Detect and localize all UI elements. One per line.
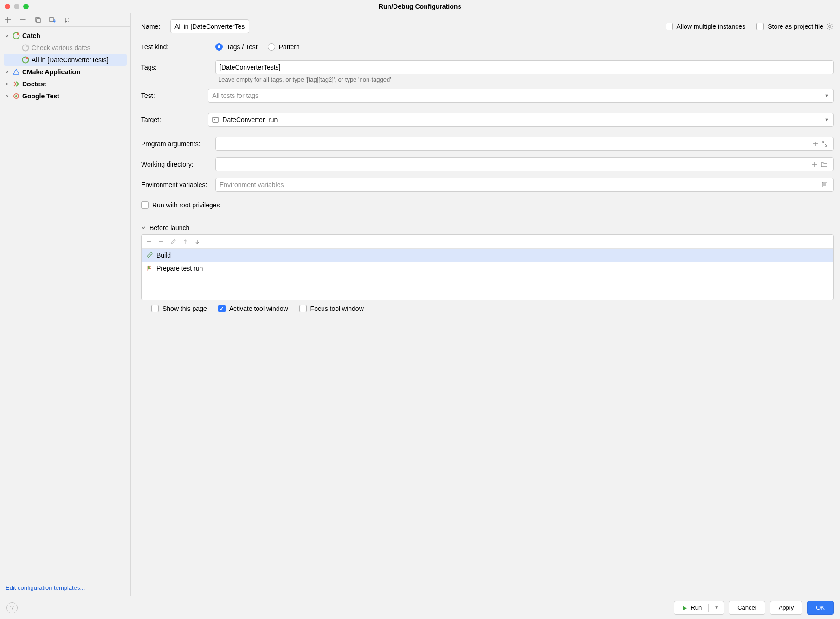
radio-icon — [215, 43, 223, 51]
checkbox-box-icon — [141, 201, 149, 209]
cancel-button-label: Cancel — [737, 604, 756, 611]
close-window-button[interactable] — [5, 4, 10, 9]
checkbox-box-icon — [299, 305, 307, 312]
target-combo[interactable]: DateConverter_run ▼ — [208, 113, 834, 127]
test-kind-label: Test kind: — [141, 43, 215, 51]
target-label: Target: — [141, 116, 208, 123]
edit-config-templates-link[interactable]: Edit configuration templates... — [6, 584, 85, 591]
tree-node-cmake[interactable]: CMake Application — [1, 66, 129, 78]
tree-node-doctest[interactable]: Doctest — [1, 78, 129, 90]
apply-button[interactable]: Apply — [770, 601, 803, 615]
catch-icon — [21, 56, 30, 64]
ok-button-label: OK — [816, 604, 825, 611]
catch-icon — [21, 44, 30, 52]
before-launch-box: Build Prepare test run — [141, 234, 834, 300]
edit-icon[interactable] — [170, 239, 176, 245]
gear-icon[interactable] — [826, 23, 834, 30]
tree-node-gtest[interactable]: Google Test — [1, 90, 129, 102]
executable-icon — [212, 116, 219, 123]
add-icon[interactable] — [146, 239, 152, 245]
traffic-lights — [5, 4, 29, 9]
name-input[interactable] — [170, 19, 249, 33]
zoom-window-button[interactable] — [23, 4, 29, 9]
svg-rect-1 — [37, 18, 40, 23]
program-arguments-input[interactable] — [215, 137, 834, 151]
before-launch-item-label: Build — [156, 251, 171, 259]
sort-config-icon[interactable]: az — [63, 16, 71, 24]
allow-multiple-checkbox[interactable]: Allow multiple instances — [666, 23, 746, 30]
before-launch-header[interactable]: Before launch — [141, 224, 834, 232]
cancel-button[interactable]: Cancel — [729, 601, 765, 615]
test-label: Test: — [141, 92, 208, 99]
checkbox-label: Run with root privileges — [152, 201, 220, 209]
copy-config-icon[interactable] — [33, 16, 42, 24]
tree-node-label: All in [DateConverterTests] — [32, 56, 109, 64]
chevron-right-icon — [5, 94, 11, 98]
checkbox-label: Store as project file — [768, 23, 823, 30]
expand-icon[interactable] — [822, 141, 827, 147]
checkbox-box-icon — [756, 23, 764, 30]
chevron-right-icon — [5, 82, 11, 86]
remove-config-icon[interactable] — [19, 16, 27, 24]
combo-value: DateConverter_run — [222, 116, 278, 123]
svg-point-8 — [26, 45, 29, 47]
activate-tool-window-checkbox[interactable]: ✓ Activate tool window — [218, 305, 288, 312]
working-directory-input[interactable] — [215, 157, 834, 171]
plus-icon[interactable] — [813, 141, 818, 147]
content-panel: Name: Allow multiple instances Store as … — [131, 13, 840, 596]
checkbox-label: Focus tool window — [310, 305, 364, 312]
up-icon[interactable] — [182, 239, 188, 245]
tags-label: Tags: — [141, 64, 215, 71]
env-vars-placeholder: Environment variables — [220, 181, 284, 188]
before-launch-item-build[interactable]: Build — [142, 249, 833, 262]
store-as-project-checkbox[interactable]: Store as project file — [756, 23, 823, 30]
window-title: Run/Debug Configurations — [5, 3, 835, 10]
sidebar: az Catch Check various dates — [0, 13, 131, 596]
doctest-icon — [12, 80, 20, 88]
catch-icon — [12, 32, 20, 39]
chevron-down-icon: ▼ — [824, 117, 829, 123]
env-vars-label: Environment variables: — [141, 181, 215, 188]
run-button[interactable]: ▶ Run ▼ — [674, 601, 724, 615]
env-vars-input[interactable]: Environment variables — [215, 178, 834, 192]
radio-pattern[interactable]: Pattern — [268, 43, 300, 51]
focus-tool-window-checkbox[interactable]: Focus tool window — [299, 305, 364, 312]
chevron-down-icon[interactable]: ▼ — [712, 605, 721, 610]
list-icon[interactable] — [822, 182, 827, 187]
before-launch-label: Before launch — [149, 224, 189, 232]
svg-marker-11 — [13, 69, 19, 74]
chevron-down-icon — [5, 33, 11, 38]
checkbox-label: Allow multiple instances — [677, 23, 746, 30]
help-icon[interactable]: ? — [6, 602, 18, 613]
plus-icon[interactable] — [812, 161, 817, 167]
tree-node-catch[interactable]: Catch — [1, 30, 129, 42]
tags-hint: Leave empty for all tags, or type '[tag]… — [218, 76, 834, 83]
down-icon[interactable] — [194, 239, 200, 245]
checkbox-box-icon — [151, 305, 159, 312]
before-launch-item-prepare[interactable]: Prepare test run — [142, 262, 833, 275]
folder-icon[interactable] — [821, 161, 827, 167]
root-privileges-checkbox[interactable]: Run with root privileges — [141, 201, 220, 209]
ok-button[interactable]: OK — [807, 601, 834, 615]
minimize-window-button[interactable] — [14, 4, 19, 9]
add-config-icon[interactable] — [4, 16, 12, 24]
tree-node-all-in[interactable]: All in [DateConverterTests] — [4, 54, 127, 66]
run-button-label: Run — [691, 604, 702, 611]
show-this-page-checkbox[interactable]: Show this page — [151, 305, 207, 312]
tree-node-label: CMake Application — [22, 68, 80, 76]
before-launch-list: Build Prepare test run — [142, 249, 833, 300]
radio-tags-test[interactable]: Tags / Test — [215, 43, 258, 51]
program-arguments-label: Program arguments: — [141, 140, 215, 148]
save-config-icon[interactable] — [48, 16, 57, 24]
radio-icon — [268, 43, 275, 51]
tree-node-check-dates[interactable]: Check various dates — [1, 42, 129, 54]
combo-placeholder: All tests for tags — [212, 92, 258, 99]
run-icon: ▶ — [683, 605, 687, 611]
before-launch-item-label: Prepare test run — [156, 264, 203, 272]
svg-point-14 — [829, 26, 831, 28]
test-combo[interactable]: All tests for tags ▼ — [208, 89, 834, 103]
sidebar-footer: Edit configuration templates... — [0, 580, 130, 596]
remove-icon[interactable] — [158, 239, 164, 245]
checkbox-box-icon: ✓ — [218, 305, 226, 312]
tags-input[interactable] — [215, 60, 834, 74]
